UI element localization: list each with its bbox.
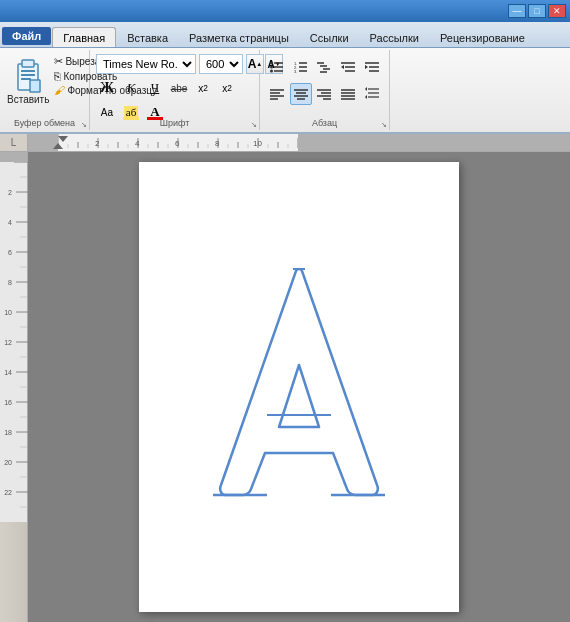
font-group: Times New Ro... 600 A▲ A▼ Ж К Ч abe x2 x… [90, 50, 260, 130]
ruler-area: L 2 4 6 8 10 [0, 134, 570, 152]
svg-rect-5 [30, 80, 40, 92]
tab-mailings[interactable]: Рассылки [360, 28, 429, 47]
svg-text:6: 6 [175, 139, 180, 148]
svg-text:18: 18 [4, 429, 12, 436]
line-spacing-button[interactable] [361, 83, 383, 105]
ribbon-tabs: Файл Главная Вставка Разметка страницы С… [0, 22, 570, 48]
format-painter-icon: 🖌 [54, 84, 65, 96]
document-page [139, 162, 459, 612]
svg-text:3.: 3. [294, 69, 297, 74]
font-size-select[interactable]: 600 [199, 54, 243, 74]
font-row2: Ж К Ч abe x2 x2 Аа аб А [96, 77, 253, 123]
letter-display [189, 247, 409, 527]
paragraph-group-label: Абзац [260, 118, 389, 128]
svg-text:10: 10 [253, 139, 262, 148]
tab-review[interactable]: Рецензирование [430, 28, 535, 47]
justify-button[interactable] [337, 83, 359, 105]
maximize-btn[interactable]: □ [528, 4, 546, 18]
font-group-label: Шрифт [90, 118, 259, 128]
paste-icon [12, 56, 44, 92]
svg-text:12: 12 [4, 339, 12, 346]
font-row1: Times New Ro... 600 A▲ A▼ [96, 54, 253, 74]
svg-point-11 [270, 66, 273, 69]
svg-text:4: 4 [135, 139, 140, 148]
svg-rect-3 [21, 74, 35, 76]
document-area: 2 4 6 8 10 12 14 1 [0, 152, 570, 622]
bold-button[interactable]: Ж [96, 77, 118, 99]
minimize-btn[interactable]: — [508, 4, 526, 18]
paragraph-group: 1.2.3. [260, 50, 390, 130]
align-right-button[interactable] [314, 83, 336, 105]
strikethrough-button[interactable]: abe [168, 77, 190, 99]
horizontal-ruler: 2 4 6 8 10 [28, 134, 570, 152]
close-btn[interactable]: ✕ [548, 4, 566, 18]
tab-page-layout[interactable]: Разметка страницы [179, 28, 299, 47]
svg-text:20: 20 [4, 459, 12, 466]
svg-text:10: 10 [4, 309, 12, 316]
tab-references[interactable]: Ссылки [300, 28, 359, 47]
tab-home[interactable]: Главная [52, 27, 116, 47]
hanging-indent[interactable] [53, 143, 63, 149]
align-center-button[interactable] [290, 83, 312, 105]
cut-icon: ✂ [54, 55, 63, 68]
decrease-indent-button[interactable] [337, 56, 359, 78]
svg-point-12 [270, 70, 273, 73]
svg-text:14: 14 [4, 369, 12, 376]
paste-button[interactable]: Вставить [6, 52, 50, 108]
svg-marker-26 [341, 65, 344, 69]
svg-marker-50 [365, 87, 367, 91]
numbered-list-button[interactable]: 1.2.3. [290, 56, 312, 78]
svg-point-10 [270, 62, 273, 65]
svg-text:4: 4 [8, 219, 12, 226]
svg-text:2: 2 [95, 139, 100, 148]
svg-text:6: 6 [8, 249, 12, 256]
paragraph-row1: 1.2.3. [266, 56, 383, 78]
clipboard-group: Вставить ✂ Вырезать ⎘ Копировать 🖌 Форма… [0, 50, 90, 130]
ruler-corner[interactable]: L [0, 134, 28, 152]
vertical-ruler: 2 4 6 8 10 12 14 1 [0, 152, 28, 622]
first-line-indent[interactable] [58, 136, 68, 142]
svg-text:22: 22 [4, 489, 12, 496]
ruler-corner-icon: L [11, 137, 17, 148]
ribbon: Вставить ✂ Вырезать ⎘ Копировать 🖌 Форма… [0, 48, 570, 134]
svg-rect-2 [21, 70, 35, 72]
svg-text:16: 16 [4, 399, 12, 406]
clipboard-expander[interactable]: ↘ [81, 121, 87, 129]
subscript-button[interactable]: x2 [192, 77, 214, 99]
document-scroll[interactable] [28, 152, 570, 622]
svg-marker-30 [365, 65, 368, 69]
svg-text:2: 2 [8, 189, 12, 196]
svg-text:8: 8 [8, 279, 12, 286]
copy-icon: ⎘ [54, 70, 61, 82]
font-name-select[interactable]: Times New Ro... [96, 54, 196, 74]
align-left-button[interactable] [266, 83, 288, 105]
bullet-list-button[interactable] [266, 56, 288, 78]
underline-button[interactable]: Ч [144, 77, 166, 99]
svg-text:8: 8 [215, 139, 220, 148]
multilevel-list-button[interactable] [314, 56, 336, 78]
increase-indent-button[interactable] [361, 56, 383, 78]
svg-marker-51 [365, 95, 367, 99]
superscript-button[interactable]: x2 [216, 77, 238, 99]
tab-insert[interactable]: Вставка [117, 28, 178, 47]
title-bar: — □ ✕ [0, 0, 570, 22]
clipboard-label: Буфер обмена [0, 118, 89, 128]
svg-rect-1 [22, 60, 34, 67]
tab-file[interactable]: Файл [2, 27, 51, 45]
italic-button[interactable]: К [120, 77, 142, 99]
paragraph-row2 [266, 83, 383, 105]
paragraph-group-expander[interactable]: ↘ [381, 121, 387, 129]
font-group-expander[interactable]: ↘ [251, 121, 257, 129]
paste-label: Вставить [7, 94, 49, 105]
